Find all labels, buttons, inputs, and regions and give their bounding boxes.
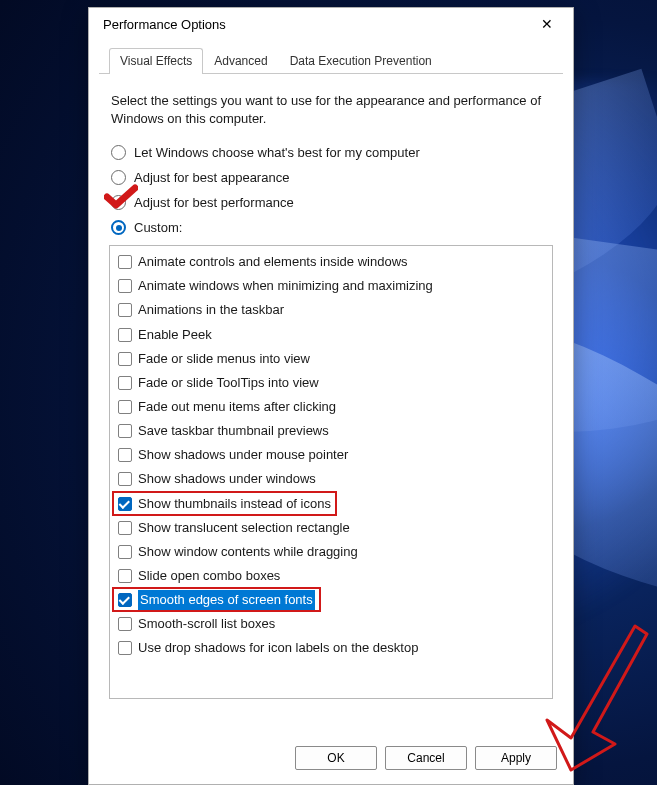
checkbox-icon: [118, 497, 132, 511]
effect-option[interactable]: Smooth edges of screen fonts: [116, 588, 546, 612]
effect-label: Show thumbnails instead of icons: [138, 494, 331, 514]
effect-label: Fade out menu items after clicking: [138, 397, 336, 417]
effect-option[interactable]: Fade or slide ToolTips into view: [116, 371, 546, 395]
effect-label: Smooth edges of screen fonts: [138, 590, 315, 610]
close-icon: ✕: [541, 16, 553, 32]
button-label: Cancel: [407, 751, 444, 765]
effect-label: Animations in the taskbar: [138, 300, 284, 320]
effect-label: Use drop shadows for icon labels on the …: [138, 638, 418, 658]
intro-text: Select the settings you want to use for …: [111, 92, 551, 127]
effect-option[interactable]: Use drop shadows for icon labels on the …: [116, 636, 546, 660]
dialog-title: Performance Options: [103, 17, 529, 32]
tab-label: Visual Effects: [120, 54, 192, 68]
effect-option[interactable]: Fade or slide menus into view: [116, 347, 546, 371]
tabstrip: Visual Effects Advanced Data Execution P…: [99, 46, 563, 74]
checkbox-icon: [118, 352, 132, 366]
cancel-button[interactable]: Cancel: [385, 746, 467, 770]
checkbox-icon: [118, 376, 132, 390]
titlebar: Performance Options ✕: [89, 8, 573, 40]
radio-label: Adjust for best appearance: [134, 170, 289, 185]
checkbox-icon: [118, 328, 132, 342]
effect-label: Enable Peek: [138, 325, 212, 345]
radio-option[interactable]: Let Windows choose what's best for my co…: [111, 145, 553, 160]
effect-label: Smooth-scroll list boxes: [138, 614, 275, 634]
effect-option[interactable]: Show window contents while dragging: [116, 540, 546, 564]
checkbox-icon: [118, 545, 132, 559]
checkbox-icon: [118, 448, 132, 462]
apply-button[interactable]: Apply: [475, 746, 557, 770]
effect-option[interactable]: Show shadows under windows: [116, 467, 546, 491]
checkbox-icon: [118, 424, 132, 438]
tab-visual-effects[interactable]: Visual Effects: [109, 48, 203, 74]
desktop-background: Performance Options ✕ Visual Effects Adv…: [0, 0, 657, 785]
radio-icon: [111, 170, 126, 185]
radio-label: Adjust for best performance: [134, 195, 294, 210]
radio-option[interactable]: Adjust for best appearance: [111, 170, 553, 185]
effect-option[interactable]: Show shadows under mouse pointer: [116, 443, 546, 467]
radio-label: Let Windows choose what's best for my co…: [134, 145, 420, 160]
checkbox-icon: [118, 255, 132, 269]
effect-label: Fade or slide ToolTips into view: [138, 373, 319, 393]
button-label: Apply: [501, 751, 531, 765]
checkbox-icon: [118, 303, 132, 317]
effect-option[interactable]: Animate controls and elements inside win…: [116, 250, 546, 274]
effect-option[interactable]: Fade out menu items after clicking: [116, 395, 546, 419]
effect-label: Show window contents while dragging: [138, 542, 358, 562]
radio-option[interactable]: Custom:: [111, 220, 553, 235]
tab-advanced[interactable]: Advanced: [203, 48, 278, 74]
tab-label: Data Execution Prevention: [290, 54, 432, 68]
tab-label: Advanced: [214, 54, 267, 68]
effect-label: Show translucent selection rectangle: [138, 518, 350, 538]
tab-dep[interactable]: Data Execution Prevention: [279, 48, 443, 74]
effect-option[interactable]: Animations in the taskbar: [116, 298, 546, 322]
effect-label: Animate windows when minimizing and maxi…: [138, 276, 433, 296]
checkbox-icon: [118, 521, 132, 535]
effect-label: Save taskbar thumbnail previews: [138, 421, 329, 441]
radio-option[interactable]: Adjust for best performance: [111, 195, 553, 210]
effect-label: Fade or slide menus into view: [138, 349, 310, 369]
button-label: OK: [327, 751, 344, 765]
ok-button[interactable]: OK: [295, 746, 377, 770]
effect-option[interactable]: Animate windows when minimizing and maxi…: [116, 274, 546, 298]
checkbox-icon: [118, 472, 132, 486]
checkbox-icon: [118, 400, 132, 414]
tab-panel-visual-effects: Select the settings you want to use for …: [89, 74, 573, 709]
radio-icon: [111, 220, 126, 235]
effect-option[interactable]: Save taskbar thumbnail previews: [116, 419, 546, 443]
radio-group: Let Windows choose what's best for my co…: [109, 145, 553, 235]
checkbox-icon: [118, 641, 132, 655]
effect-label: Slide open combo boxes: [138, 566, 280, 586]
effect-option[interactable]: Show thumbnails instead of icons: [116, 492, 546, 516]
radio-label: Custom:: [134, 220, 182, 235]
effect-option[interactable]: Enable Peek: [116, 323, 546, 347]
radio-icon: [111, 195, 126, 210]
performance-options-dialog: Performance Options ✕ Visual Effects Adv…: [88, 7, 574, 785]
checkbox-icon: [118, 593, 132, 607]
effect-option[interactable]: Slide open combo boxes: [116, 564, 546, 588]
effect-label: Show shadows under mouse pointer: [138, 445, 348, 465]
dialog-buttons: OK Cancel Apply: [105, 746, 557, 770]
close-button[interactable]: ✕: [529, 10, 565, 38]
checkbox-icon: [118, 617, 132, 631]
effect-option[interactable]: Show translucent selection rectangle: [116, 516, 546, 540]
radio-icon: [111, 145, 126, 160]
effect-label: Animate controls and elements inside win…: [138, 252, 408, 272]
effects-listbox[interactable]: Animate controls and elements inside win…: [109, 245, 553, 699]
checkbox-icon: [118, 569, 132, 583]
effect-label: Show shadows under windows: [138, 469, 316, 489]
effect-option[interactable]: Smooth-scroll list boxes: [116, 612, 546, 636]
checkbox-icon: [118, 279, 132, 293]
